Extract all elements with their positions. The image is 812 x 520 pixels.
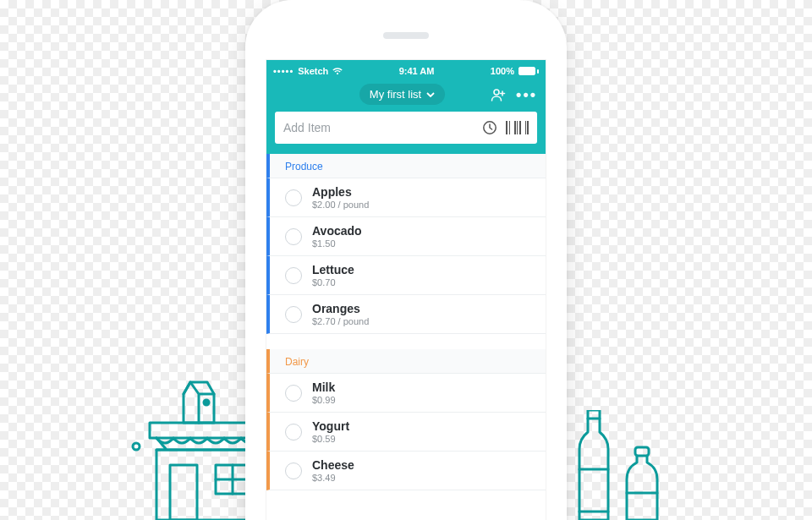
svg-rect-9 <box>588 410 600 419</box>
item-text: Lettuce$0.70 <box>312 263 354 287</box>
section-header-dairy: Dairy <box>266 349 546 374</box>
item-text: Yogurt$0.59 <box>312 419 349 444</box>
add-item-bar <box>275 112 537 144</box>
item-checkbox[interactable] <box>285 463 302 479</box>
item-text: Cheese$3.49 <box>312 458 354 483</box>
svg-rect-12 <box>635 447 649 456</box>
item-checkbox[interactable] <box>285 424 302 441</box>
item-price: $0.70 <box>312 277 354 287</box>
item-price: $2.70 / pound <box>312 316 369 326</box>
app-header: ••••• Sketch 9:41 AM 100% My first list <box>266 60 546 154</box>
item-text: Milk$0.99 <box>312 380 336 405</box>
phone-frame: ••••• Sketch 9:41 AM 100% My first list <box>245 0 567 520</box>
list-item[interactable]: Avocado$1.50 <box>266 217 546 256</box>
phone-speaker <box>383 32 429 39</box>
item-checkbox[interactable] <box>285 228 302 245</box>
battery-pct-label: 100% <box>491 66 514 76</box>
list-item[interactable]: Apples$2.00 / pound <box>266 178 546 217</box>
item-price: $0.59 <box>312 434 349 444</box>
item-name: Yogurt <box>312 419 349 433</box>
item-price: $1.50 <box>312 238 362 249</box>
barcode-scan-icon[interactable] <box>506 121 529 134</box>
add-item-input[interactable] <box>283 121 474 134</box>
carrier-label: Sketch <box>298 66 328 76</box>
item-text: Oranges$2.70 / pound <box>312 302 369 326</box>
list-title-label: My first list <box>370 88 421 101</box>
list-item[interactable]: Oranges$2.70 / pound <box>266 295 546 334</box>
list-item[interactable]: Cheese$3.49 <box>266 452 546 490</box>
list-item[interactable]: Lettuce$0.70 <box>266 256 546 295</box>
app-screen: ••••• Sketch 9:41 AM 100% My first list <box>266 59 546 520</box>
item-price: $3.49 <box>312 473 354 483</box>
svg-point-7 <box>133 443 140 450</box>
svg-point-14 <box>494 90 499 95</box>
list-selector-button[interactable]: My first list <box>359 84 445 105</box>
more-menu-button[interactable]: ••• <box>516 87 537 102</box>
section-gap <box>266 334 546 349</box>
signal-dots-icon: ••••• <box>273 66 294 76</box>
battery-icon <box>518 67 539 75</box>
svg-point-6 <box>204 400 209 405</box>
svg-rect-2 <box>170 465 197 520</box>
decoration-bottles-icon <box>571 410 672 520</box>
item-name: Lettuce <box>312 263 354 276</box>
nav-bar: My first list ••• <box>266 79 546 112</box>
list-item[interactable]: Yogurt$0.59 <box>266 413 546 452</box>
list-item[interactable]: Milk$0.99 <box>266 374 546 413</box>
chevron-down-icon <box>426 92 435 97</box>
item-name: Avocado <box>312 224 362 238</box>
item-name: Apples <box>312 185 369 199</box>
item-text: Avocado$1.50 <box>312 224 362 249</box>
status-bar: ••••• Sketch 9:41 AM 100% <box>266 60 546 79</box>
item-name: Milk <box>312 380 336 394</box>
history-icon[interactable] <box>482 120 497 135</box>
item-name: Cheese <box>312 458 354 472</box>
item-checkbox[interactable] <box>285 267 302 284</box>
clock-label: 9:41 AM <box>399 66 435 76</box>
add-person-icon[interactable] <box>491 88 506 101</box>
item-price: $0.99 <box>312 395 336 405</box>
item-checkbox[interactable] <box>285 306 302 323</box>
item-price: $2.00 / pound <box>312 200 369 210</box>
item-name: Oranges <box>312 302 369 315</box>
grocery-list: ProduceApples$2.00 / poundAvocado$1.50Le… <box>266 154 546 490</box>
svg-rect-0 <box>156 450 258 520</box>
item-checkbox[interactable] <box>285 385 302 402</box>
wifi-icon <box>332 67 343 75</box>
item-checkbox[interactable] <box>285 189 302 206</box>
item-text: Apples$2.00 / pound <box>312 185 369 210</box>
section-header-produce: Produce <box>266 154 546 178</box>
